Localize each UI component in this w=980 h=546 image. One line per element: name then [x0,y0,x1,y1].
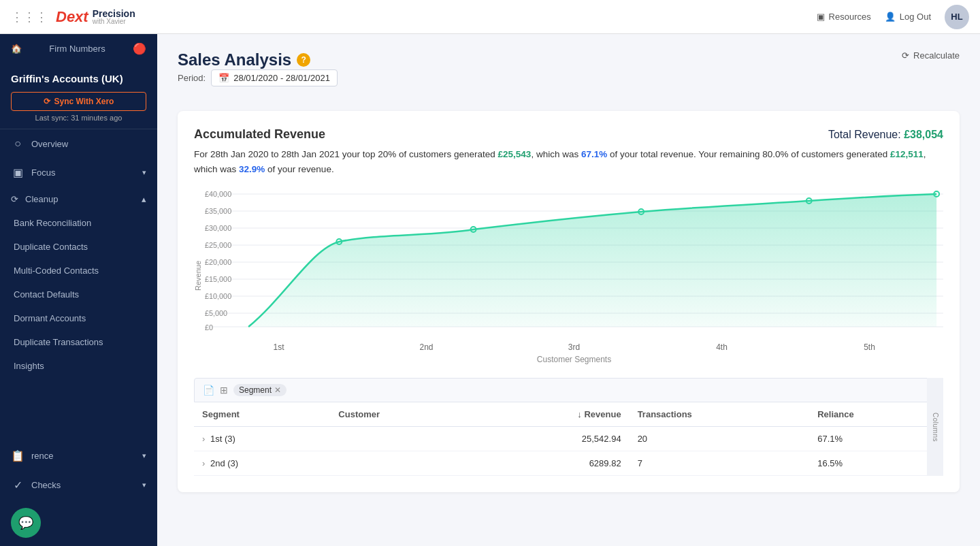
segment-1[interactable]: › 1st (3) [194,427,330,451]
svg-text:£40,000: £40,000 [205,190,231,198]
segment-2[interactable]: › 2nd (3) [194,451,330,476]
alert-icon: 🔴 [133,42,146,55]
layout: 🏠 Firm Numbers 🔴 Griffin's Accounts (UK)… [0,34,980,546]
col-reliance: Reliance [809,402,943,427]
logout-label: Log Out [900,12,931,22]
sidebar-item-duplicate-transactions[interactable]: Duplicate Transactions [0,330,157,354]
table-toolbar: 📄 ⊞ Segment ✕ [194,378,943,402]
x-label-2nd: 2nd [353,342,500,352]
sidebar-item-overview[interactable]: ○ Overview [0,129,157,158]
top20-pct: 67.1% [581,149,607,159]
user-avatar[interactable]: HL [945,5,969,29]
table-header: Segment Customer ↓ Revenue Transactions … [194,402,943,427]
calendar-icon: 📅 [218,73,229,83]
sidebar-item-reference[interactable]: 📋 rence ▾ [0,441,157,470]
x-label-1st: 1st [205,342,353,352]
recalculate-label: Recalculate [913,50,960,61]
accumulated-revenue-card: Accumulated Revenue Total Revenue: £38,0… [178,111,960,492]
svg-text:£0: £0 [205,323,213,332]
grid-icon[interactable]: ⋮⋮⋮ [11,10,48,25]
total-revenue: Total Revenue: £38,054 [828,129,943,141]
overview-label: Overview [31,139,68,149]
sidebar-item-contact-defaults[interactable]: Contact Defaults [0,283,157,306]
help-icon[interactable]: ? [297,53,310,67]
columns-label: Columns [932,413,939,442]
chart-body: £40,000 £35,000 £30,000 £25,000 £20,000 … [205,187,943,364]
x-label-5th: 5th [796,342,943,352]
x-label-4th: 4th [648,342,796,352]
main-content: Sales Analysis ? Period: 📅 28/01/2020 - … [157,34,980,546]
customer-1 [330,427,476,451]
segment-label: Segment [239,385,272,395]
doc-icon[interactable]: 📄 [203,385,214,396]
x-axis-labels: 1st 2nd 3rd 4th 5th [205,342,943,352]
logout-icon: 👤 [885,12,896,22]
cleanup-label: Cleanup [25,194,58,204]
card-header: Accumulated Revenue Total Revenue: £38,0… [194,127,943,142]
sidebar-item-insights[interactable]: Insights [0,354,157,378]
sidebar-item-firm-numbers[interactable]: 🏠 Firm Numbers 🔴 [0,34,157,63]
segment-filter[interactable]: Segment ✕ [233,384,287,396]
remaining80-pct: 32.9% [239,164,265,174]
recalculate-icon: ⟳ [902,50,909,61]
page-header: Sales Analysis ? Period: 📅 28/01/2020 - … [178,50,960,100]
sidebar-item-dormant-accounts[interactable]: Dormant Accounts [0,306,157,330]
remaining80-amount: £12,511 [890,149,924,159]
logo: Dext Precision with Xavier [56,8,135,26]
recalculate-button[interactable]: ⟳ Recalculate [902,50,960,61]
reliance-2: 16.5% [809,451,943,476]
cleanup-arrow: ▴ [142,194,146,204]
svg-text:£30,000: £30,000 [205,224,231,232]
transactions-1: 20 [630,427,810,451]
logout-link[interactable]: 👤 Log Out [885,12,931,22]
top20-amount: £25,543 [498,149,532,159]
sidebar-item-cleanup[interactable]: ⟳ Cleanup ▴ [0,187,157,211]
chart-area: Revenue [194,187,943,364]
chat-button[interactable]: 💬 [11,508,41,538]
x-axis-title: Customer Segments [205,355,943,364]
checks-icon: ✓ [11,479,24,492]
col-revenue[interactable]: ↓ Revenue [476,402,629,427]
sidebar-item-duplicate-contacts[interactable]: Duplicate Contacts [0,235,157,259]
period-label: Period: [178,73,206,83]
cleanup-submenu: Bank Reconciliation Duplicate Contacts M… [0,211,157,378]
x-label-3rd: 3rd [500,342,648,352]
svg-text:£10,000: £10,000 [205,292,231,300]
sidebar-item-checks[interactable]: ✓ Checks ▾ [0,470,157,500]
resources-link[interactable]: ▣ Resources [817,12,871,22]
sidebar-bottom: 📋 rence ▾ ✓ Checks ▾ 💬 [0,441,157,546]
insight-text: For 28th Jan 2020 to 28th Jan 2021 your … [194,147,943,176]
segment-close-icon[interactable]: ✕ [274,385,281,395]
overview-icon: ○ [11,138,24,150]
grid-view-icon[interactable]: ⊞ [220,385,228,396]
col-transactions[interactable]: Transactions [630,402,810,427]
svg-text:£35,000: £35,000 [205,207,231,215]
home-icon: 🏠 [11,44,22,54]
period-value: 28/01/2020 - 28/01/2021 [233,73,330,83]
table-row: › 1st (3) 25,542.94 20 67.1% [194,427,943,451]
cleanup-icon: ⟳ [11,194,18,204]
focus-arrow: ▾ [142,168,146,177]
columns-sidebar[interactable]: Columns [927,378,943,476]
svg-text:£5,000: £5,000 [205,309,227,317]
col-customer: Customer [330,402,476,427]
reference-icon: 📋 [11,449,24,462]
sidebar-item-focus[interactable]: ▣ Focus ▾ [0,158,157,187]
period-row: Period: 📅 28/01/2020 - 28/01/2021 [178,69,338,86]
expand-icon-1[interactable]: › [202,434,205,444]
data-table: Segment Customer ↓ Revenue Transactions … [194,402,943,476]
sync-button[interactable]: ⟳ Sync With Xero [11,92,146,111]
expand-icon-2[interactable]: › [202,458,205,468]
reliance-1: 67.1% [809,427,943,451]
sidebar-item-bank-reconciliation[interactable]: Bank Reconciliation [0,211,157,235]
transactions-2: 7 [630,451,810,476]
last-sync: Last sync: 31 minutes ago [11,114,146,122]
top-nav: ⋮⋮⋮ Dext Precision with Xavier ▣ Resourc… [0,0,980,34]
chart-container: Revenue [194,187,943,364]
sidebar-item-multi-coded-contacts[interactable]: Multi-Coded Contacts [0,259,157,283]
total-revenue-value: £38,054 [904,129,943,140]
sync-label: Sync With Xero [54,97,114,106]
period-picker[interactable]: 📅 28/01/2020 - 28/01/2021 [211,69,338,86]
table-row: › 2nd (3) 6289.82 7 16.5% [194,451,943,476]
checks-arrow: ▾ [142,481,146,489]
